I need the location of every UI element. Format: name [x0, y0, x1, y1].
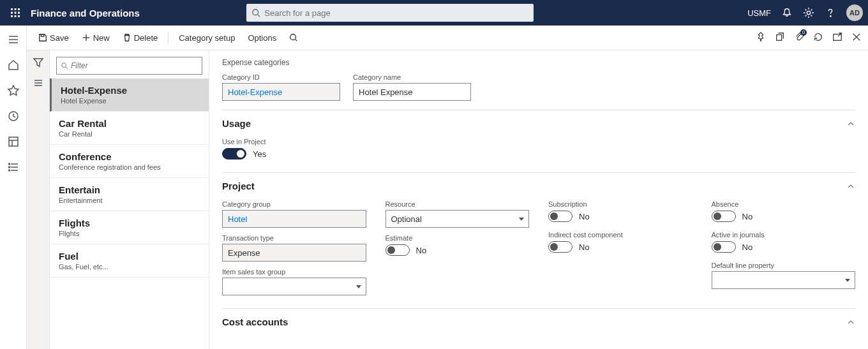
subscription-label: Subscription — [548, 200, 692, 208]
active-toggle[interactable] — [712, 241, 736, 253]
estimate-toggle[interactable] — [385, 244, 410, 256]
list-item-subtitle: Conference registration and fees — [59, 163, 200, 171]
close-icon[interactable] — [851, 32, 862, 44]
plus-icon — [82, 33, 91, 42]
svg-rect-31 — [777, 34, 782, 40]
open-in-new-icon[interactable] — [775, 32, 785, 44]
chevron-up-icon — [846, 318, 855, 327]
active-state: No — [742, 242, 753, 252]
menu-hamburger-icon[interactable] — [7, 33, 20, 46]
app-launcher-icon[interactable] — [5, 3, 26, 23]
new-button[interactable]: New — [77, 31, 115, 45]
section-usage-title: Usage — [222, 118, 251, 129]
category-group-input[interactable]: Hotel — [222, 210, 366, 228]
section-project: Project Category group Hotel — [222, 172, 855, 306]
indirect-state: No — [579, 242, 590, 252]
workspaces-icon[interactable] — [7, 135, 20, 148]
list-item-title: Conference — [59, 151, 200, 162]
estimate-label: Estimate — [385, 234, 530, 242]
delete-button[interactable]: Delete — [117, 31, 163, 45]
svg-point-38 — [62, 63, 66, 68]
notifications-icon[interactable] — [781, 7, 793, 19]
list-item[interactable]: FuelGas, Fuel, etc... — [50, 244, 209, 278]
record-list: Hotel-ExpenseHotel ExpenseCar RentalCar … — [50, 78, 209, 349]
absence-label: Absence — [712, 200, 856, 208]
user-avatar[interactable]: AD — [846, 4, 863, 21]
list-view-icon[interactable] — [33, 77, 44, 89]
svg-line-39 — [66, 67, 68, 69]
section-cost-accounts-title: Cost accounts — [222, 316, 288, 327]
pinned-icon[interactable] — [756, 32, 766, 44]
svg-point-23 — [8, 163, 10, 165]
section-cost-accounts-header[interactable]: Cost accounts — [222, 309, 855, 335]
refresh-icon[interactable] — [813, 32, 823, 44]
delete-label: Delete — [134, 33, 158, 43]
category-id-value[interactable]: Hotel-Expense — [222, 83, 340, 101]
save-button[interactable]: Save — [33, 31, 74, 45]
absence-toggle[interactable] — [712, 211, 736, 222]
use-in-project-label: Use in Project — [222, 138, 855, 145]
list-item[interactable]: ConferenceConference registration and fe… — [50, 145, 209, 178]
record-list-pane: Hotel-ExpenseHotel ExpenseCar RentalCar … — [50, 50, 209, 349]
list-filter-input[interactable] — [71, 61, 198, 70]
list-item-subtitle: Hotel Expense — [61, 97, 200, 105]
svg-point-25 — [8, 170, 10, 171]
favorites-star-icon[interactable] — [7, 84, 20, 97]
svg-rect-6 — [11, 15, 13, 17]
section-project-header[interactable]: Project — [222, 173, 855, 199]
chevron-up-icon — [846, 182, 855, 191]
settings-gear-icon[interactable] — [803, 7, 814, 19]
options-label: Options — [248, 33, 276, 43]
popout-icon[interactable] — [832, 32, 842, 44]
list-item-subtitle: Entertainment — [59, 197, 200, 204]
resource-label: Resource — [385, 200, 530, 208]
save-label: Save — [50, 33, 69, 43]
svg-rect-1 — [15, 8, 17, 10]
company-indicator[interactable]: USMF — [747, 8, 771, 18]
search-icon — [251, 8, 260, 17]
filter-funnel-icon[interactable] — [33, 57, 44, 68]
list-item-subtitle: Flights — [59, 230, 200, 237]
attachments-icon[interactable]: 0 — [794, 32, 804, 44]
modules-list-icon[interactable] — [7, 161, 20, 174]
search-icon — [289, 33, 298, 42]
search-icon — [61, 62, 68, 70]
active-label: Active in journals — [712, 231, 856, 239]
item-sales-tax-label: Item sales tax group — [222, 268, 366, 276]
top-navbar: Finance and Operations USMF AD — [0, 0, 868, 26]
item-sales-tax-select[interactable] — [222, 278, 366, 295]
recent-clock-icon[interactable] — [7, 110, 20, 123]
svg-rect-17 — [9, 137, 18, 146]
top-right-tools: USMF AD — [747, 4, 863, 21]
section-cost-accounts: Cost accounts — [222, 308, 855, 335]
category-group-label: Category group — [222, 200, 366, 208]
page-search-button[interactable] — [284, 31, 303, 45]
svg-line-10 — [258, 15, 260, 17]
list-item[interactable]: FlightsFlights — [50, 211, 209, 244]
list-filter[interactable] — [56, 57, 202, 75]
list-item[interactable]: Car RentalCar Rental — [50, 112, 209, 145]
list-item[interactable]: Hotel-ExpenseHotel Expense — [50, 78, 209, 112]
indirect-toggle[interactable] — [548, 241, 572, 253]
category-name-input[interactable]: Hotel Expense — [353, 83, 471, 101]
svg-point-12 — [830, 16, 831, 17]
global-search[interactable] — [246, 4, 534, 22]
svg-point-9 — [253, 10, 258, 15]
use-in-project-toggle[interactable] — [222, 148, 246, 160]
list-item[interactable]: EntertainEntertainment — [50, 178, 209, 211]
transaction-type-input[interactable]: Expense — [222, 244, 366, 262]
default-line-select[interactable] — [712, 271, 856, 289]
svg-rect-0 — [11, 8, 13, 10]
home-icon[interactable] — [7, 59, 20, 71]
resource-select[interactable]: Optional — [385, 210, 530, 228]
estimate-state: No — [416, 246, 427, 255]
list-item-title: Fuel — [59, 251, 200, 262]
global-search-input[interactable] — [264, 8, 528, 18]
svg-rect-3 — [11, 12, 13, 14]
svg-rect-4 — [15, 12, 17, 14]
section-usage-header[interactable]: Usage — [222, 110, 855, 137]
subscription-toggle[interactable] — [548, 211, 572, 222]
help-icon[interactable] — [825, 7, 836, 19]
options-button[interactable]: Options — [243, 31, 281, 45]
category-setup-button[interactable]: Category setup — [174, 31, 240, 45]
